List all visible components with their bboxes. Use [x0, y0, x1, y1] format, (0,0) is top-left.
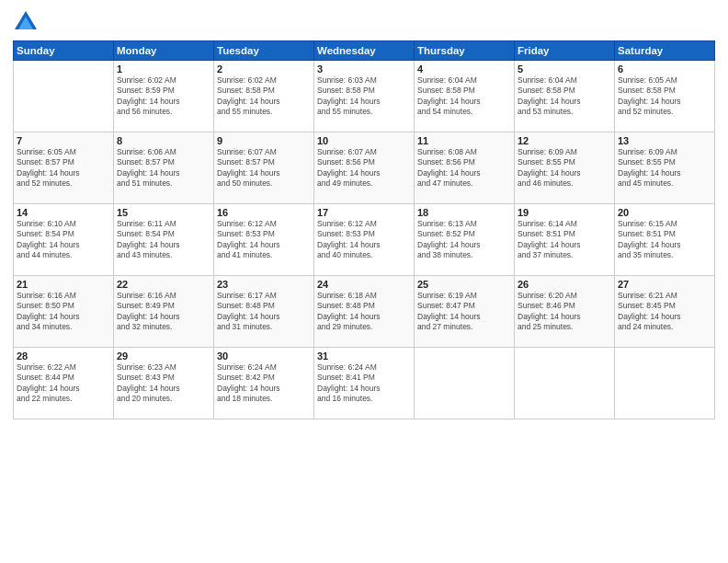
day-info: Sunrise: 6:13 AM Sunset: 8:52 PM Dayligh…	[417, 219, 511, 261]
day-number: 9	[217, 135, 311, 146]
day-number: 21	[17, 279, 110, 290]
day-cell: 30Sunrise: 6:24 AM Sunset: 8:42 PM Dayli…	[214, 348, 314, 419]
day-number: 8	[117, 135, 210, 146]
logo	[13, 9, 42, 35]
logo-icon	[13, 9, 39, 35]
calendar-header-row: SundayMondayTuesdayWednesdayThursdayFrid…	[14, 41, 715, 61]
day-info: Sunrise: 6:12 AM Sunset: 8:53 PM Dayligh…	[217, 219, 311, 261]
day-info: Sunrise: 6:17 AM Sunset: 8:48 PM Dayligh…	[217, 291, 311, 333]
day-cell: 31Sunrise: 6:24 AM Sunset: 8:41 PM Dayli…	[314, 348, 415, 419]
day-cell: 18Sunrise: 6:13 AM Sunset: 8:52 PM Dayli…	[415, 204, 515, 276]
day-cell	[615, 348, 715, 419]
day-cell: 9Sunrise: 6:07 AM Sunset: 8:57 PM Daylig…	[214, 132, 314, 204]
day-number: 11	[417, 135, 511, 146]
day-info: Sunrise: 6:21 AM Sunset: 8:45 PM Dayligh…	[618, 291, 711, 333]
day-cell: 29Sunrise: 6:23 AM Sunset: 8:43 PM Dayli…	[114, 348, 214, 419]
day-info: Sunrise: 6:16 AM Sunset: 8:50 PM Dayligh…	[17, 291, 110, 333]
day-cell: 22Sunrise: 6:16 AM Sunset: 8:49 PM Dayli…	[114, 276, 214, 348]
day-cell: 4Sunrise: 6:04 AM Sunset: 8:58 PM Daylig…	[415, 61, 515, 132]
day-info: Sunrise: 6:11 AM Sunset: 8:54 PM Dayligh…	[117, 219, 210, 261]
day-cell: 10Sunrise: 6:07 AM Sunset: 8:56 PM Dayli…	[314, 132, 415, 204]
day-cell: 7Sunrise: 6:05 AM Sunset: 8:57 PM Daylig…	[14, 132, 114, 204]
day-number: 1	[117, 63, 210, 75]
day-number: 10	[317, 135, 411, 146]
day-number: 12	[518, 135, 611, 146]
day-number: 28	[17, 350, 110, 362]
week-row-2: 7Sunrise: 6:05 AM Sunset: 8:57 PM Daylig…	[14, 132, 715, 204]
day-cell: 19Sunrise: 6:14 AM Sunset: 8:51 PM Dayli…	[515, 204, 615, 276]
day-info: Sunrise: 6:14 AM Sunset: 8:51 PM Dayligh…	[518, 219, 611, 261]
day-info: Sunrise: 6:09 AM Sunset: 8:55 PM Dayligh…	[518, 147, 611, 190]
day-cell: 23Sunrise: 6:17 AM Sunset: 8:48 PM Dayli…	[214, 276, 314, 348]
header-saturday: Saturday	[615, 41, 715, 61]
day-number: 19	[518, 207, 611, 218]
day-info: Sunrise: 6:24 AM Sunset: 8:41 PM Dayligh…	[317, 362, 411, 405]
day-cell: 28Sunrise: 6:22 AM Sunset: 8:44 PM Dayli…	[14, 348, 114, 419]
day-info: Sunrise: 6:07 AM Sunset: 8:57 PM Dayligh…	[217, 147, 311, 190]
day-number: 13	[618, 135, 711, 146]
day-number: 2	[217, 63, 311, 75]
day-number: 5	[518, 63, 611, 75]
day-cell: 6Sunrise: 6:05 AM Sunset: 8:58 PM Daylig…	[615, 61, 715, 132]
day-cell: 26Sunrise: 6:20 AM Sunset: 8:46 PM Dayli…	[515, 276, 615, 348]
day-cell	[515, 348, 615, 419]
day-info: Sunrise: 6:23 AM Sunset: 8:43 PM Dayligh…	[117, 362, 210, 405]
day-info: Sunrise: 6:05 AM Sunset: 8:58 PM Dayligh…	[618, 75, 711, 118]
day-number: 14	[17, 207, 110, 218]
calendar-table: SundayMondayTuesdayWednesdayThursdayFrid…	[13, 40, 715, 419]
day-cell	[14, 61, 114, 132]
day-info: Sunrise: 6:06 AM Sunset: 8:57 PM Dayligh…	[117, 147, 210, 190]
day-cell: 20Sunrise: 6:15 AM Sunset: 8:51 PM Dayli…	[615, 204, 715, 276]
day-info: Sunrise: 6:22 AM Sunset: 8:44 PM Dayligh…	[17, 362, 110, 405]
day-cell: 27Sunrise: 6:21 AM Sunset: 8:45 PM Dayli…	[615, 276, 715, 348]
day-cell: 2Sunrise: 6:02 AM Sunset: 8:58 PM Daylig…	[214, 61, 314, 132]
day-info: Sunrise: 6:09 AM Sunset: 8:55 PM Dayligh…	[618, 147, 711, 190]
header-thursday: Thursday	[415, 41, 515, 61]
day-cell: 15Sunrise: 6:11 AM Sunset: 8:54 PM Dayli…	[114, 204, 214, 276]
day-number: 25	[417, 279, 511, 290]
day-cell: 24Sunrise: 6:18 AM Sunset: 8:48 PM Dayli…	[314, 276, 415, 348]
day-cell: 5Sunrise: 6:04 AM Sunset: 8:58 PM Daylig…	[515, 61, 615, 132]
day-info: Sunrise: 6:02 AM Sunset: 8:58 PM Dayligh…	[217, 75, 311, 118]
day-info: Sunrise: 6:02 AM Sunset: 8:59 PM Dayligh…	[117, 75, 210, 118]
day-number: 31	[317, 350, 411, 362]
day-info: Sunrise: 6:24 AM Sunset: 8:42 PM Dayligh…	[217, 362, 311, 405]
day-number: 23	[217, 279, 311, 290]
day-number: 7	[17, 135, 110, 146]
day-info: Sunrise: 6:08 AM Sunset: 8:56 PM Dayligh…	[417, 147, 511, 190]
day-number: 22	[117, 279, 210, 290]
day-number: 24	[317, 279, 411, 290]
day-cell: 17Sunrise: 6:12 AM Sunset: 8:53 PM Dayli…	[314, 204, 415, 276]
day-cell: 14Sunrise: 6:10 AM Sunset: 8:54 PM Dayli…	[14, 204, 114, 276]
day-info: Sunrise: 6:07 AM Sunset: 8:56 PM Dayligh…	[317, 147, 411, 190]
day-cell	[415, 348, 515, 419]
header-tuesday: Tuesday	[214, 41, 314, 61]
day-info: Sunrise: 6:18 AM Sunset: 8:48 PM Dayligh…	[317, 291, 411, 333]
day-number: 3	[317, 63, 411, 75]
day-number: 17	[317, 207, 411, 218]
day-info: Sunrise: 6:15 AM Sunset: 8:51 PM Dayligh…	[618, 219, 711, 261]
week-row-3: 14Sunrise: 6:10 AM Sunset: 8:54 PM Dayli…	[14, 204, 715, 276]
day-cell: 25Sunrise: 6:19 AM Sunset: 8:47 PM Dayli…	[415, 276, 515, 348]
day-cell: 16Sunrise: 6:12 AM Sunset: 8:53 PM Dayli…	[214, 204, 314, 276]
day-info: Sunrise: 6:03 AM Sunset: 8:58 PM Dayligh…	[317, 75, 411, 118]
header-friday: Friday	[515, 41, 615, 61]
day-cell: 8Sunrise: 6:06 AM Sunset: 8:57 PM Daylig…	[114, 132, 214, 204]
day-info: Sunrise: 6:04 AM Sunset: 8:58 PM Dayligh…	[518, 75, 611, 118]
day-number: 26	[518, 279, 611, 290]
day-number: 15	[117, 207, 210, 218]
day-cell: 11Sunrise: 6:08 AM Sunset: 8:56 PM Dayli…	[415, 132, 515, 204]
day-cell: 3Sunrise: 6:03 AM Sunset: 8:58 PM Daylig…	[314, 61, 415, 132]
day-number: 18	[417, 207, 511, 218]
day-info: Sunrise: 6:16 AM Sunset: 8:49 PM Dayligh…	[117, 291, 210, 333]
day-number: 30	[217, 350, 311, 362]
week-row-5: 28Sunrise: 6:22 AM Sunset: 8:44 PM Dayli…	[14, 348, 715, 419]
page-header	[13, 9, 715, 35]
header-wednesday: Wednesday	[314, 41, 415, 61]
day-info: Sunrise: 6:10 AM Sunset: 8:54 PM Dayligh…	[17, 219, 110, 261]
day-number: 29	[117, 350, 210, 362]
header-sunday: Sunday	[14, 41, 114, 61]
day-number: 20	[618, 207, 711, 218]
day-number: 4	[417, 63, 511, 75]
day-cell: 1Sunrise: 6:02 AM Sunset: 8:59 PM Daylig…	[114, 61, 214, 132]
